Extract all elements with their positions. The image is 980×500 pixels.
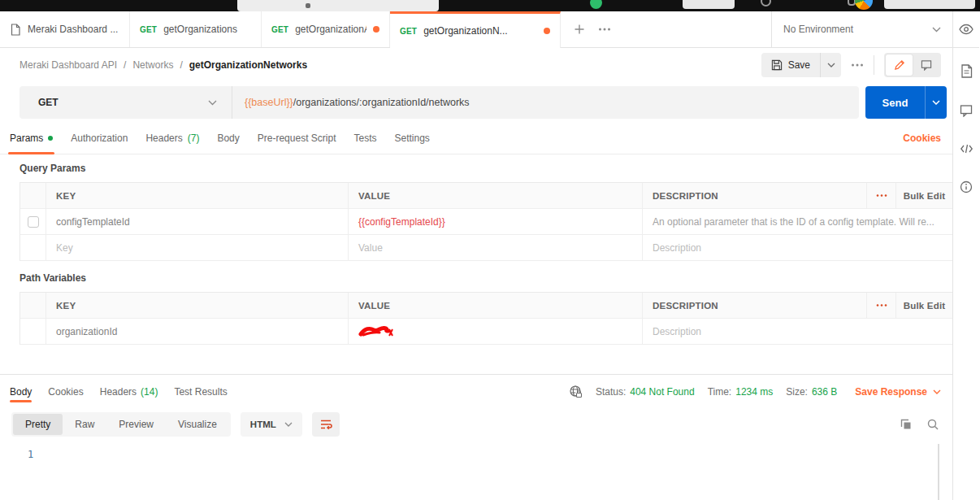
save-response-label: Save Response [855, 386, 927, 398]
network-info-button[interactable] [569, 385, 583, 398]
send-options-caret[interactable] [925, 86, 947, 119]
view-pretty-button[interactable]: Pretty [13, 414, 63, 435]
chevron-down-icon [208, 100, 217, 106]
variable-key-cell[interactable]: organizationId [46, 319, 349, 345]
documentation-button[interactable] [960, 64, 973, 78]
tab-headers[interactable]: Headers (7) [145, 123, 199, 154]
path-variables-title: Path Variables [20, 272, 952, 285]
breadcrumb-collection[interactable]: Meraki Dashboard API [20, 59, 117, 71]
code-snippet-button[interactable] [960, 143, 973, 154]
breadcrumb-folder[interactable]: Networks [132, 59, 173, 71]
view-raw-button[interactable]: Raw [63, 414, 106, 435]
view-preview-button[interactable]: Preview [106, 414, 166, 435]
more-icon [876, 303, 887, 307]
bulk-edit-button[interactable]: Bulk Edit [896, 293, 953, 319]
response-body-editor[interactable]: 1 [0, 441, 952, 500]
column-options-button[interactable] [867, 293, 896, 319]
param-enabled-checkbox[interactable] [28, 216, 39, 228]
wrap-lines-button[interactable] [312, 412, 340, 437]
presence-indicator [590, 0, 602, 9]
wrap-lines-icon [319, 419, 332, 430]
save-button[interactable]: Save [761, 53, 841, 77]
size-value: 636 B [812, 386, 837, 398]
tab-label: Cookies [48, 386, 83, 398]
add-tab-button[interactable] [574, 24, 585, 35]
avatar[interactable] [855, 0, 873, 10]
active-tab-underline [10, 400, 32, 402]
response-tab-test-results[interactable]: Test Results [174, 375, 227, 408]
request-tabs: Params Authorization Headers (7) Body Pr… [0, 123, 952, 154]
column-options-button[interactable] [867, 183, 896, 209]
view-visualize-button[interactable]: Visualize [166, 414, 229, 435]
postman-app: Meraki Dashboard ... GET getOrganization… [0, 0, 980, 500]
bulk-edit-button[interactable]: Bulk Edit [896, 183, 953, 209]
comment-mode-button[interactable] [913, 54, 939, 76]
settings-icon[interactable] [761, 0, 771, 7]
method-selector[interactable]: GET [20, 86, 232, 119]
tab-label: Params [10, 133, 43, 144]
copy-response-button[interactable] [900, 418, 913, 431]
tab-get-organization-networks-active[interactable]: GET getOrganizationN... [390, 11, 561, 48]
info-button[interactable] [960, 180, 973, 193]
response-time: Time: 1234 ms [708, 386, 774, 398]
response-headers-count: (14) [141, 386, 158, 398]
path-variables-table: KEY VALUE DESCRIPTION Bulk Edit organiza… [20, 292, 952, 345]
tab-tests[interactable]: Tests [353, 123, 376, 154]
divider [874, 55, 874, 75]
variable-description-placeholder[interactable]: Description [643, 319, 953, 345]
param-key-placeholder[interactable]: Key [46, 235, 349, 261]
tab-get-organization-a[interactable]: GET getOrganizationA... [262, 11, 390, 47]
pencil-icon [894, 59, 905, 71]
copy-icon [900, 418, 913, 431]
query-params-title: Query Params [20, 163, 952, 176]
environment-quick-look-button[interactable] [959, 24, 973, 35]
breadcrumb-separator: / [124, 59, 126, 71]
comment-icon [960, 104, 973, 117]
response-tab-body[interactable]: Body [10, 375, 32, 408]
tab-get-organizations[interactable]: GET getOrganizations [130, 11, 262, 47]
save-options-caret[interactable] [820, 53, 841, 77]
plus-icon [574, 24, 585, 35]
comments-button[interactable] [960, 104, 973, 117]
response-tab-headers[interactable]: Headers (14) [100, 375, 158, 408]
header-button[interactable] [884, 0, 975, 9]
global-search-input[interactable] [237, 0, 439, 11]
param-description-cell[interactable]: An optional parameter that is the ID of … [643, 209, 953, 235]
info-icon [960, 180, 973, 193]
tab-options-button[interactable] [598, 27, 611, 32]
save-response-button[interactable]: Save Response [855, 386, 941, 398]
tab-collection-doc[interactable]: Meraki Dashboard ... [0, 11, 130, 47]
method-selected-label: GET [38, 97, 59, 108]
param-key-cell[interactable]: configTemplateId [46, 209, 349, 235]
send-button[interactable]: Send [865, 86, 947, 119]
tab-params[interactable]: Params [10, 123, 53, 154]
column-header-key: KEY [46, 293, 349, 319]
environment-selector[interactable]: No Environment [771, 11, 952, 47]
search-response-button[interactable] [926, 418, 939, 431]
request-more-actions-button[interactable] [851, 63, 864, 67]
cookies-link[interactable]: Cookies [903, 133, 941, 144]
tab-label: Headers [100, 386, 137, 398]
tab-label: Meraki Dashboard ... [28, 24, 118, 35]
param-value-placeholder[interactable]: Value [349, 235, 643, 261]
param-value-cell[interactable]: {{configTemplateId}} [349, 209, 643, 235]
tab-authorization[interactable]: Authorization [71, 123, 128, 154]
request-header-row: Meraki Dashboard API / Networks / getOrg… [0, 48, 952, 82]
param-description-placeholder[interactable]: Description [643, 235, 953, 261]
scrollbar[interactable] [938, 444, 939, 500]
response-format-selector[interactable]: HTML [241, 412, 302, 437]
edit-mode-button[interactable] [886, 54, 913, 76]
time-label: Time: [708, 386, 732, 398]
tab-body[interactable]: Body [217, 123, 239, 154]
url-input[interactable]: {{baseUrl}}/organizations/:organizationI… [232, 86, 859, 119]
save-icon [771, 59, 783, 71]
header-button[interactable] [683, 0, 735, 9]
chevron-down-icon [284, 422, 293, 427]
status-value: 404 Not Found [630, 386, 694, 398]
variable-value-cell[interactable] [349, 319, 643, 345]
tab-pre-request-script[interactable]: Pre-request Script [258, 123, 336, 154]
column-header-description: DESCRIPTION [643, 183, 867, 209]
tab-label: getOrganizationA... [295, 24, 366, 35]
response-tab-cookies[interactable]: Cookies [48, 375, 83, 408]
tab-settings[interactable]: Settings [395, 123, 430, 154]
